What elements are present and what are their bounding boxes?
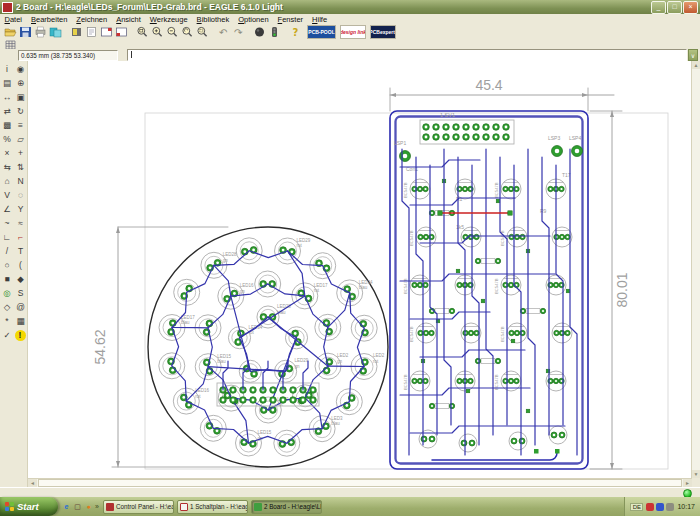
display-tool-icon[interactable]: ▤ [1,77,14,90]
command-dropdown-button[interactable]: ∨ [688,49,698,61]
svg-text:BC547B: BC547B [500,326,505,342]
pinswap-tool-icon[interactable]: ⇆ [1,161,14,174]
ratsnest-tool-icon[interactable]: * [1,315,14,328]
move-tool-icon[interactable]: ↔ [1,91,14,104]
zoom-select-icon[interactable] [195,25,210,39]
polygon-tool-icon[interactable]: ◆ [14,273,27,286]
meander-tool-icon[interactable]: ≈ [14,217,27,230]
optimize-tool-icon[interactable]: ~ [1,217,14,230]
firefox-icon[interactable]: ● [84,502,93,511]
menu-item-bibliothek[interactable]: Bibliothek [192,15,234,24]
scroll-right-icon[interactable]: ► [683,479,692,487]
route-tool-icon[interactable]: ∟ [1,231,14,244]
save-icon[interactable] [18,25,33,39]
lock-tool-icon[interactable]: ⌂ [1,175,14,188]
delete-tool-icon[interactable]: × [1,147,14,160]
group-tool-icon[interactable]: ▩ [1,119,14,132]
print-icon[interactable] [33,25,48,39]
maximize-button[interactable]: □ [667,1,682,14]
hole-tool-icon[interactable]: ◇ [1,301,14,314]
value-tool-icon[interactable]: V [1,189,14,202]
arc-tool-icon[interactable]: ( [14,259,27,272]
wire-tool-icon[interactable]: / [1,245,14,258]
taskbar-task-control-pane[interactable]: Control Panel - H:\ea... [103,500,174,514]
eagle-app-icon [2,2,13,13]
miter-tool-icon[interactable]: ∠ [1,203,14,216]
window-mark-icon[interactable] [114,25,129,39]
replace-tool-icon[interactable]: ⇅ [14,161,27,174]
copy-tool-icon[interactable]: ▣ [14,91,27,104]
zoom-redraw-icon[interactable] [180,25,195,39]
add-tool-icon[interactable]: + [14,147,27,160]
zoom-out-icon[interactable] [165,25,180,39]
show-tool-icon[interactable]: ◉ [14,63,27,76]
undo-icon[interactable]: ↶ [216,25,231,39]
grid-icon[interactable] [3,40,18,49]
change-tool-icon[interactable]: ≡ [14,119,27,132]
smash-tool-icon[interactable]: ◌ [14,189,27,202]
signal-tool-icon[interactable]: S [14,287,27,300]
tray-red-icon[interactable] [646,503,654,511]
taskbar-task-1-schaltplan[interactable]: 1 Schaltplan - H:\eagl... [177,500,248,514]
attribute-tool-icon[interactable]: @ [14,301,27,314]
menu-item-fenster[interactable]: Fenster [273,15,307,24]
ad-banner-pcb-pool[interactable]: PCB-POOL [307,25,336,39]
minimize-button[interactable]: _ [651,1,666,14]
scroll-left-icon[interactable]: ◄ [28,479,37,487]
redo-icon[interactable]: ↷ [231,25,246,39]
horizontal-scrollbar[interactable]: ◄ ► [28,478,692,487]
menu-item-optionen[interactable]: Optionen [234,15,273,24]
menu-item-ansicht[interactable]: Ansicht [112,15,146,24]
title-bar[interactable]: 2 Board - H:\eagle\LEDs_Forum\LED-Grab.b… [0,0,700,14]
ad-banner-design-link[interactable]: design link [340,25,366,39]
run-script-icon[interactable] [84,25,99,39]
zoom-in-icon[interactable] [150,25,165,39]
errors-tool-icon[interactable]: ! [15,330,26,341]
text-tool-icon[interactable]: T [14,245,27,258]
hscroll-thumb[interactable] [38,479,682,487]
tray-display-icon[interactable] [666,503,674,511]
rect-tool-icon[interactable]: ■ [1,273,14,286]
language-indicator[interactable]: DE [630,503,643,511]
tray-shield-icon[interactable] [656,503,664,511]
split-tool-icon[interactable]: Y [14,203,27,216]
menu-item-hilfe[interactable]: Hilfe [308,15,332,24]
go-icon[interactable] [267,25,282,39]
window-select-icon[interactable] [99,25,114,39]
board-canvas[interactable]: 45.480.0154.62LED2rotLED3blauLED15gnLED1… [28,61,692,478]
vertical-scrollbar[interactable]: ▲ ▼ [691,61,700,478]
command-line-input[interactable] [127,49,687,61]
taskbar-task-2-board-h[interactable]: 2 Board - H:\eagle\LE... [251,500,322,514]
board-drawing[interactable]: 45.480.0154.62LED2rotLED3blauLED15gnLED1… [28,61,692,478]
cut-tool-icon[interactable]: % [1,133,14,146]
name-tool-icon[interactable]: N [14,175,27,188]
scroll-up-icon[interactable]: ▲ [692,61,700,69]
open-icon[interactable] [3,25,18,39]
close-button[interactable]: × [683,1,698,14]
start-button[interactable]: Start [0,497,58,516]
scroll-down-icon[interactable]: ▼ [692,470,700,478]
mark-tool-icon[interactable]: ⊕ [14,77,27,90]
drc-tool-icon[interactable]: ✓ [1,329,14,342]
show-desktop-icon[interactable]: ▢ [73,502,82,511]
paste-tool-icon[interactable]: ▱ [14,133,27,146]
via-tool-icon[interactable]: ◎ [1,287,14,300]
menu-item-bearbeiten[interactable]: Bearbeiten [27,15,72,24]
cam-processor-icon[interactable] [48,25,63,39]
menu-item-werkzeuge[interactable]: Werkzeuge [145,15,192,24]
help-icon[interactable]: ? [288,25,303,39]
circle-tool-icon[interactable]: ○ [1,259,14,272]
quick-launch-chevron-icon[interactable]: » [95,503,99,510]
ad-banner-pcbexperts[interactable]: PCBexperts [370,25,396,39]
mirror-tool-icon[interactable]: ⇄ [1,105,14,118]
ripup-tool-icon[interactable]: ⌐ [14,231,27,244]
internet-explorer-icon[interactable]: e [62,502,71,511]
rotate-tool-icon[interactable]: ↻ [14,105,27,118]
menu-item-datei[interactable]: Datei [0,15,27,24]
autorouter-tool-icon[interactable]: ▦ [14,315,27,328]
menu-item-zeichnen[interactable]: Zeichnen [72,15,112,24]
use-library-icon[interactable] [69,25,84,39]
info-tool-icon[interactable]: i [1,63,14,76]
stop-icon[interactable] [252,25,267,39]
zoom-fit-icon[interactable] [135,25,150,39]
